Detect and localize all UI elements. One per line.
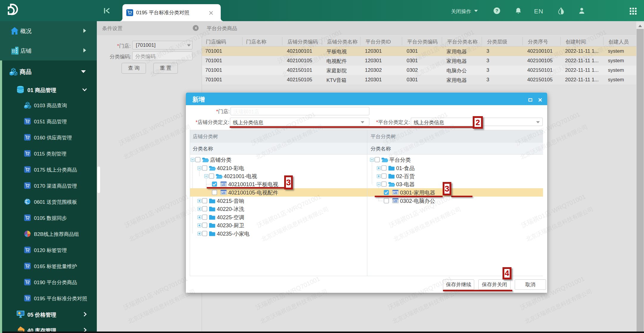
svg-text:?: ?	[495, 8, 498, 13]
